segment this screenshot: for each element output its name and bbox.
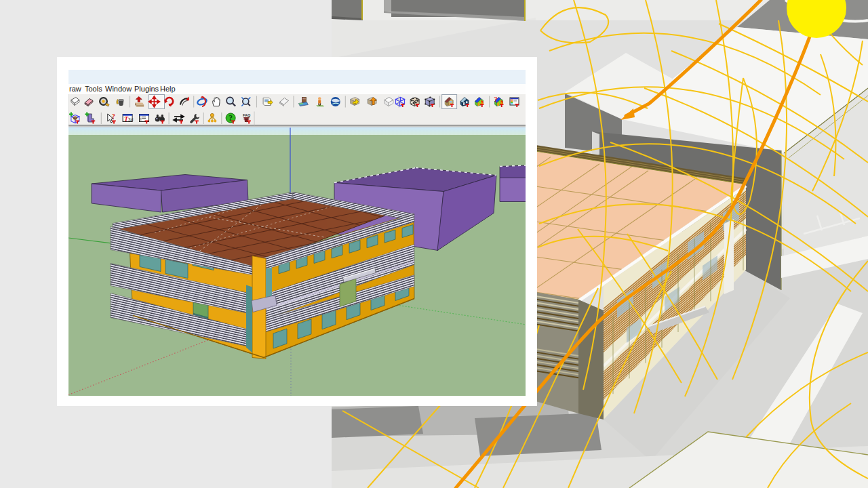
svg-text:?: ? [494, 96, 498, 103]
svg-text:FAQ: FAQ [243, 113, 251, 117]
svg-text:?: ? [112, 113, 115, 120]
svg-text:3d: 3d [128, 117, 134, 122]
